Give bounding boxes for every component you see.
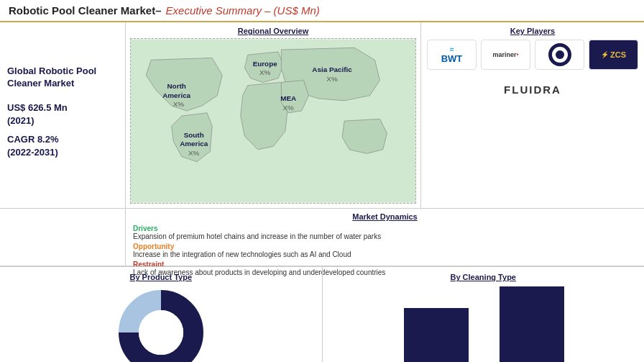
bar-single-surface: Single-surface Cleaning — [402, 308, 471, 362]
page-title-main: Robotic Pool Cleaner Market — [9, 4, 155, 17]
svg-text:X%: X% — [326, 75, 338, 83]
svg-text:America: America — [180, 140, 208, 148]
svg-text:MEA: MEA — [280, 94, 296, 102]
key-players-panel: Key Players ≈ BWT mariner• — [421, 22, 644, 208]
fluidra-logo-text: FLUIDRA — [504, 83, 561, 96]
svg-text:Asia Pacific: Asia Pacific — [312, 65, 352, 73]
svg-text:X%: X% — [188, 149, 200, 157]
donut-chart — [114, 286, 208, 362]
opportunity-text: Increase in the integration of new techn… — [133, 250, 637, 258]
left-panel: Global Robotic Pool Cleaner Market US$ 6… — [0, 22, 126, 208]
regional-overview-panel: Regional Overview — [126, 22, 421, 208]
svg-text:North: North — [167, 82, 185, 90]
map-container: North America X% South America X% Europe… — [130, 38, 416, 204]
donut-svg — [114, 286, 208, 362]
key-players-title: Key Players — [427, 27, 638, 35]
page-title-sub: Executive Summary – (US$ Mn) — [166, 4, 320, 17]
market-cagr: CAGR 8.2% (2022-2031) — [7, 133, 118, 159]
market-title: Global Robotic Pool Cleaner Market — [7, 65, 118, 90]
world-map-svg: North America X% South America X% Europe… — [131, 39, 415, 203]
player-circle-logo — [535, 40, 584, 70]
bar-chart: Single-surface Cleaning Multi-surface Cl… — [387, 286, 579, 362]
bwt-logo: ≈ BWT — [441, 45, 463, 64]
product-type-title: By Product Type — [129, 273, 192, 281]
zcs-logo: ⚡ ZCS — [601, 50, 626, 59]
svg-text:America: America — [162, 91, 190, 99]
dynamics-opportunity: Opportunity Increase in the integration … — [133, 242, 637, 258]
cleaning-type-title: By Cleaning Type — [451, 273, 516, 281]
svg-text:X%: X% — [283, 104, 295, 112]
bottom-row: By Product Type Residential Pool Cleanin… — [0, 266, 644, 362]
dynamics-spacer — [0, 209, 126, 266]
market-dynamics-title: Market Dynamics — [133, 212, 637, 221]
market-value-amount: US$ 626.5 Mn — [7, 102, 68, 113]
mariner-logo: mariner• — [492, 51, 518, 58]
product-type-panel: By Product Type Residential Pool Cleanin… — [0, 267, 323, 362]
drivers-text: Expansion of premium hotel chains and in… — [133, 232, 637, 240]
market-value: US$ 626.5 Mn (2021) — [7, 101, 118, 127]
svg-text:South: South — [184, 131, 204, 139]
opportunity-label: Opportunity — [133, 243, 174, 250]
circle-logo-icon — [548, 43, 571, 66]
market-value-year: (2021) — [7, 115, 34, 126]
bar-multi-surface-rect — [500, 286, 564, 362]
cagr-period: (2022-2031) — [7, 147, 58, 158]
player-fluidra: FLUIDRA — [504, 74, 561, 104]
main-content: Global Robotic Pool Cleaner Market US$ 6… — [0, 22, 644, 357]
key-players-grid: ≈ BWT mariner• — [427, 40, 638, 104]
page-header: Robotic Pool Cleaner Market – Executive … — [0, 0, 644, 22]
svg-text:X%: X% — [259, 68, 271, 76]
svg-text:X%: X% — [173, 100, 185, 108]
market-dynamics-row: Market Dynamics Drivers Expansion of pre… — [0, 209, 644, 266]
drivers-label: Drivers — [133, 225, 157, 232]
page-title-dash: – — [155, 4, 161, 17]
top-row: Global Robotic Pool Cleaner Market US$ 6… — [0, 22, 644, 209]
bar-single-surface-rect — [404, 308, 469, 362]
player-mariner: mariner• — [481, 40, 530, 70]
bar-multi-surface: Multi-surface Cleaning — [500, 286, 564, 362]
svg-point-15 — [139, 310, 183, 355]
dynamics-drivers: Drivers Expansion of premium hotel chain… — [133, 224, 637, 240]
cleaning-type-panel: By Cleaning Type Single-surface Cleaning… — [323, 267, 645, 362]
player-zcs: ⚡ ZCS — [589, 40, 638, 70]
market-dynamics-content: Market Dynamics Drivers Expansion of pre… — [126, 209, 644, 266]
player-bwt: ≈ BWT — [427, 40, 477, 70]
svg-text:Europe: Europe — [253, 60, 278, 68]
regional-overview-title: Regional Overview — [130, 27, 416, 35]
cagr-value: CAGR 8.2% — [7, 134, 59, 145]
